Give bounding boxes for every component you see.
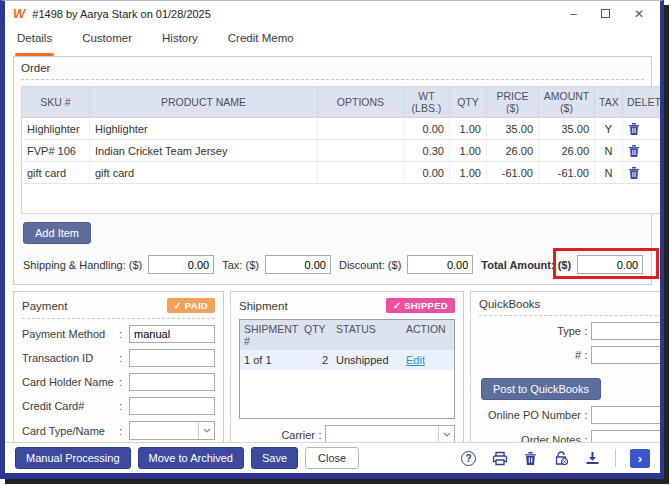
title-bar: W #1498 by Aarya Stark on 01/28/2025 – ✕ — [5, 1, 660, 26]
carrier-label: Carrier — [239, 429, 315, 441]
qb-type-label: Type — [479, 325, 581, 337]
shipment-number: 1 of 1 — [240, 350, 300, 370]
shipment-status: Unshipped — [332, 350, 402, 370]
next-chevron-button[interactable]: › — [630, 449, 650, 468]
tab-history[interactable]: History — [162, 32, 198, 56]
divider — [615, 449, 616, 467]
post-to-quickbooks-button[interactable]: Post to QuickBooks — [481, 378, 601, 400]
manual-processing-button[interactable]: Manual Processing — [15, 447, 131, 469]
shipment-row: 1 of 1 2 Unshipped Edit — [240, 350, 454, 370]
tracking-id-input[interactable] — [325, 475, 455, 479]
col-qty: QTY — [450, 87, 487, 118]
shipping-handling-input[interactable] — [148, 255, 214, 274]
delete-item-button[interactable] — [623, 118, 665, 140]
card-expiry-month-label: Card Expiry Month — [22, 474, 119, 479]
cell-qty: 1.00 — [450, 118, 487, 140]
footer-bar: Manual Processing Move to Archived Save … — [5, 442, 660, 473]
app-logo-icon: W — [13, 6, 25, 21]
table-row: gift card gift card 0.00 1.00 -61.00 -61… — [22, 162, 665, 184]
table-row: Highlighter Highlighter 0.00 1.00 35.00 … — [22, 118, 665, 140]
cell-product: gift card — [90, 162, 318, 184]
online-po-number-input[interactable] — [591, 406, 664, 424]
transaction-id-input[interactable] — [129, 349, 215, 367]
print-icon[interactable] — [491, 450, 508, 467]
cell-tax: N — [595, 162, 623, 184]
cell-sku: FVP# 106 — [22, 140, 90, 162]
col-shipment-number: SHIPMENT # — [240, 320, 300, 350]
check-icon: ✓ — [174, 300, 182, 311]
cell-amount: 35.00 — [539, 118, 595, 140]
col-price: PRICE ($) — [487, 87, 539, 118]
download-icon[interactable] — [584, 450, 601, 467]
cell-product: Indian Cricket Team Jersey — [90, 140, 318, 162]
payment-method-input[interactable] — [129, 325, 215, 343]
cell-tax: Y — [595, 118, 623, 140]
qb-type-input[interactable] — [591, 322, 664, 340]
col-sku: SKU # — [22, 87, 90, 118]
paid-status-badge: ✓ PAID — [167, 298, 215, 313]
tax-label: Tax: ($) — [222, 259, 259, 271]
check-icon: ✓ — [393, 300, 401, 311]
tab-credit-memo[interactable]: Credit Memo — [228, 32, 294, 56]
payment-method-label: Payment Method — [22, 328, 119, 340]
card-holder-name-label: Card Holder Name — [22, 376, 119, 388]
lock-history-icon[interactable] — [553, 450, 570, 467]
order-section-title: Order — [21, 62, 644, 74]
col-amount: AMOUNT ($) — [539, 87, 595, 118]
cell-tax: N — [595, 140, 623, 162]
cell-options — [318, 140, 404, 162]
qb-number-input[interactable] — [591, 346, 664, 364]
delete-item-button[interactable] — [623, 162, 665, 184]
transaction-id-label: Transaction ID — [22, 352, 119, 364]
help-icon[interactable]: ? — [460, 450, 477, 467]
delete-item-button[interactable] — [623, 140, 665, 162]
qb-number-label: # — [479, 349, 581, 361]
card-type-select[interactable] — [129, 421, 215, 440]
col-shipment-status: STATUS — [332, 320, 402, 350]
add-item-button[interactable]: Add Item — [23, 222, 91, 244]
tab-bar: Details Customer History Credit Memo — [5, 26, 660, 56]
card-type-label: Card Type/Name — [22, 425, 119, 437]
divider — [21, 79, 644, 80]
tab-customer[interactable]: Customer — [82, 32, 132, 56]
col-shipment-action: ACTION — [402, 320, 454, 350]
cell-product: Highlighter — [90, 118, 318, 140]
expiry-year-label: Year: — [189, 474, 214, 479]
save-button[interactable]: Save — [251, 447, 298, 469]
discount-input[interactable] — [407, 255, 473, 274]
cell-options — [318, 118, 404, 140]
chevron-down-icon — [438, 426, 454, 443]
total-amount-label: Total Amount: ($) — [481, 259, 571, 271]
minimize-icon[interactable]: – — [570, 8, 577, 20]
tracking-id-label: Tracking ID — [239, 478, 315, 479]
window-title: #1498 by Aarya Stark on 01/28/2025 — [32, 8, 570, 20]
close-button[interactable]: Close — [305, 447, 359, 469]
order-totals-row: Shipping & Handling: ($) Tax: ($) Discou… — [21, 253, 644, 280]
card-holder-name-input[interactable] — [129, 373, 215, 391]
col-shipment-qty: QTY — [300, 320, 332, 350]
edit-shipment-link[interactable]: Edit — [406, 354, 425, 366]
col-delete: DELETE — [623, 87, 665, 118]
cell-amount: 26.00 — [539, 140, 595, 162]
move-to-archived-button[interactable]: Move to Archived — [138, 447, 244, 469]
divider — [479, 315, 664, 316]
total-amount-input[interactable] — [577, 255, 643, 274]
col-weight: WT (LBS.) — [404, 87, 450, 118]
order-detail-window: W #1498 by Aarya Stark on 01/28/2025 – ✕… — [0, 0, 664, 479]
discount-label: Discount: ($) — [339, 259, 401, 271]
order-items-table: SKU # PRODUCT NAME OPTIONS WT (LBS.) QTY… — [21, 86, 664, 214]
col-product-name: PRODUCT NAME — [90, 87, 318, 118]
empty-table-space — [22, 184, 665, 214]
credit-card-input[interactable] — [129, 397, 215, 415]
payment-section-title: Payment — [22, 300, 67, 312]
cell-price: 26.00 — [487, 140, 539, 162]
maximize-icon[interactable] — [601, 8, 610, 20]
quickbooks-section-title: QuickBooks — [479, 298, 540, 310]
chevron-down-icon — [198, 422, 214, 439]
trash-icon[interactable] — [522, 450, 539, 467]
cell-qty: 1.00 — [450, 162, 487, 184]
cell-sku: Highlighter — [22, 118, 90, 140]
tax-input[interactable] — [265, 255, 331, 274]
tab-details[interactable]: Details — [17, 32, 52, 56]
close-icon[interactable]: ✕ — [634, 8, 644, 20]
